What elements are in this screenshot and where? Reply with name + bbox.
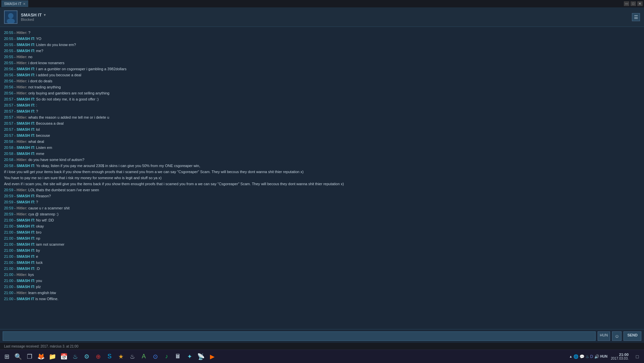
msg-author: SMASH IT: <box>16 218 35 222</box>
message-input[interactable] <box>3 331 596 341</box>
msg-text: Becousea a deal <box>35 121 63 125</box>
tray-arrow[interactable]: ▲ <box>569 355 572 358</box>
last-message-text: Last message received: 2017. március 3. … <box>4 345 78 348</box>
msg-author: SMASH IT: <box>16 236 35 240</box>
msg-author: SMASH IT: <box>16 127 35 131</box>
app5-icon[interactable]: ✦ <box>184 351 195 362</box>
message-line: 20:59 - Hitler: cause u r a scammer shit <box>4 205 640 211</box>
msg-time: 20:56 <box>4 85 13 89</box>
separator: - <box>13 133 17 137</box>
clock[interactable]: 21:00 2017.03.03. <box>609 353 631 360</box>
message-line: 21:00 - SMASH IT: np <box>4 235 640 241</box>
msg-time: 21:00 <box>4 242 13 246</box>
app6-icon[interactable]: 📡 <box>196 351 206 362</box>
msg-author: Hitler: <box>16 79 27 83</box>
explorer-icon[interactable]: 📁 <box>47 351 58 362</box>
skype-icon[interactable]: S <box>104 351 115 362</box>
separator: - <box>13 236 17 240</box>
message-line: 20:58 - Hitler: do you have some kind of… <box>4 157 640 163</box>
msg-text: do you have some kind of autism? <box>27 158 84 162</box>
separator: - <box>13 103 17 107</box>
steam-icon[interactable]: ♨ <box>70 351 81 362</box>
header-menu-btn[interactable]: ☰ <box>632 13 640 21</box>
dropdown-arrow-icon[interactable]: ▼ <box>43 13 46 17</box>
separator: - <box>13 194 17 198</box>
msg-time: 21:00 <box>4 273 13 277</box>
notifications-btn[interactable]: □ <box>632 351 643 362</box>
separator: - <box>13 273 17 277</box>
msg-time: 20:58 <box>4 146 13 150</box>
msg-author: Hitler: <box>16 115 27 119</box>
msg-time: 20:55 <box>4 49 13 53</box>
minimize-btn[interactable]: — <box>624 1 629 6</box>
send-btn[interactable]: SEND <box>624 331 641 341</box>
message-line: 20:56 - Hitler: not trading anything <box>4 84 640 90</box>
msg-text: So do not obey me, it is a good offer :) <box>35 97 98 101</box>
chat-tray-icon[interactable]: 💬 <box>579 354 585 359</box>
msg-text: mme <box>35 152 44 156</box>
msg-author: SMASH IT: <box>16 164 35 168</box>
message-line: 21:00 - SMASH IT: luck <box>4 259 640 266</box>
separator: - <box>13 212 17 216</box>
separator: - <box>13 224 17 228</box>
steam-tray-icon[interactable]: ♨ <box>586 354 589 359</box>
msg-text: cause u r a scammer shit <box>27 206 70 210</box>
discord-tray-icon[interactable]: D <box>590 354 593 359</box>
msg-author: SMASH IT: <box>16 230 35 234</box>
separator: - <box>13 279 17 283</box>
msg-text: is now Offline. <box>34 297 58 301</box>
message-line: 20:58 - Hitler: what deal <box>4 138 640 145</box>
msg-author: SMASH IT: <box>16 242 35 246</box>
spotify-icon[interactable]: ♪ <box>161 351 172 362</box>
messages-area: 20:55 - Hitler: ?20:55 - SMASH IT: YO20:… <box>0 27 644 329</box>
msg-text: : <box>35 103 37 107</box>
app3-icon[interactable]: ★ <box>116 351 126 362</box>
tab-close-btn[interactable]: ✕ <box>23 2 26 6</box>
emoji-btn[interactable]: ☺ <box>612 331 621 341</box>
msg-time: 21:00 <box>4 267 13 271</box>
volume-tray-icon[interactable]: 🔊 <box>594 354 599 359</box>
msg-time: 21:00 <box>4 218 13 222</box>
separator: - <box>13 73 17 77</box>
calendar-icon[interactable]: 📅 <box>58 351 69 362</box>
app2-icon[interactable]: ⚙ <box>81 351 92 362</box>
msg-text: becouse <box>35 133 50 137</box>
task-view-btn[interactable]: ❐ <box>24 351 35 362</box>
msg-time: 20:56 <box>4 79 13 83</box>
maximize-btn[interactable]: □ <box>631 1 636 6</box>
msg-author: Hitler: <box>16 55 27 59</box>
firefox-icon[interactable]: 🦊 <box>36 351 46 362</box>
msg-time: 20:59 <box>4 206 13 210</box>
start-btn[interactable]: ⊞ <box>1 351 12 362</box>
calc-icon[interactable]: 🖩 <box>173 351 183 362</box>
message-line: 20:57 - SMASH IT: becouse <box>4 132 640 138</box>
chrome-icon[interactable]: ⊙ <box>150 351 161 362</box>
message-line: 21:00 - SMASH IT: bro <box>4 229 640 235</box>
msg-text: no <box>27 55 32 59</box>
chat-window: SMASH IT ▼ Blocked ☰ 20:55 - Hitler: ?20… <box>0 7 644 350</box>
network-tray-icon[interactable]: 🌐 <box>573 354 578 359</box>
msg-text: by <box>35 248 40 252</box>
msg-text: e <box>35 254 38 258</box>
msg-author: SMASH IT: <box>16 254 35 258</box>
opera-icon[interactable]: ⊕ <box>93 351 103 362</box>
message-line: 20:56 - SMASH IT: i added you becouse a … <box>4 72 640 78</box>
search-btn[interactable]: 🔍 <box>13 351 24 362</box>
app7-icon[interactable]: ▶ <box>207 351 218 362</box>
msg-time: 20:57 <box>4 97 13 101</box>
msg-time: 21:00 <box>4 230 13 234</box>
msg-text: i dont know nonamers <box>27 61 65 65</box>
steam2-icon[interactable]: ♨ <box>127 351 138 362</box>
separator: - <box>13 291 17 295</box>
keyboard-tray-icon[interactable]: HUN <box>600 355 608 358</box>
close-btn[interactable]: ✕ <box>637 1 643 6</box>
msg-text: No wtf :DD <box>35 218 54 222</box>
msg-time: 20:57 <box>4 109 13 113</box>
language-btn[interactable]: HUN <box>598 331 610 341</box>
msg-author: SMASH IT: <box>16 260 35 265</box>
msg-author: SMASH IT: <box>16 121 35 125</box>
app4-icon[interactable]: A <box>138 351 149 362</box>
chat-tab[interactable]: SMASH IT ✕ <box>1 0 28 7</box>
message-line: 20:55 - SMASH IT: YO <box>4 36 640 42</box>
msg-text: iam not scammer <box>35 242 64 246</box>
